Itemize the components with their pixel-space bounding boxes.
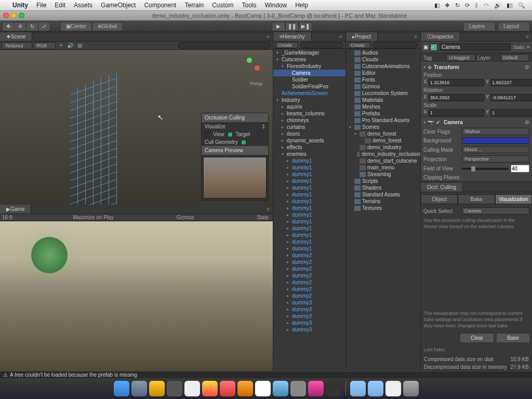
tree-item[interactable]: ▾Industry xyxy=(273,97,345,103)
render-mode[interactable]: RGB xyxy=(33,42,56,49)
dock-app[interactable] xyxy=(149,381,165,396)
gear-icon[interactable]: ⚙ xyxy=(525,64,529,70)
project-create[interactable]: Create xyxy=(348,42,370,48)
status-icon[interactable]: ↻ xyxy=(455,2,460,9)
hierarchy-create[interactable]: Create xyxy=(275,42,298,48)
tree-item[interactable]: ▸dummy1 xyxy=(273,191,345,198)
menu-tools[interactable]: Tools xyxy=(237,2,260,9)
play-button[interactable]: ▶ xyxy=(272,22,285,31)
tree-item[interactable]: ▸dummy2 xyxy=(273,292,345,299)
dock-app[interactable] xyxy=(131,381,147,396)
dock-app[interactable] xyxy=(273,381,288,396)
tree-item[interactable]: Standard Assets xyxy=(346,191,420,198)
tree-item[interactable]: ▸dummy2 xyxy=(273,259,345,265)
light-toggle[interactable]: ☀ xyxy=(57,42,65,49)
layer-dropdown[interactable]: Default xyxy=(500,54,529,61)
dock-folder[interactable] xyxy=(350,381,366,396)
dock-app[interactable] xyxy=(290,381,306,396)
tree-item[interactable]: Materials xyxy=(346,97,420,103)
pos-x[interactable] xyxy=(429,79,484,86)
scene-search[interactable] xyxy=(178,42,271,49)
project-tree[interactable]: AudiosCloudsCutsceneAnimationsEditorFont… xyxy=(346,49,420,371)
tree-item[interactable]: ▸effects xyxy=(273,144,345,151)
layout-dropdown[interactable]: Layout xyxy=(498,22,530,31)
object-name-input[interactable] xyxy=(440,43,511,51)
tree-item[interactable]: Gizmos xyxy=(346,83,420,90)
tree-item[interactable]: ▸beams_columns xyxy=(273,110,345,117)
menu-help[interactable]: Help xyxy=(291,2,312,9)
dock-finder[interactable] xyxy=(114,381,129,396)
dock-unity[interactable] xyxy=(326,381,341,396)
occl-vis-tab[interactable]: Visualization xyxy=(495,194,532,204)
tree-item[interactable]: ▸dummy2 xyxy=(273,265,345,272)
menu-assets[interactable]: Assets xyxy=(70,2,97,9)
tree-item[interactable]: ▸dummy2 xyxy=(273,286,345,292)
menu-component[interactable]: Component xyxy=(140,2,180,9)
menu-terrain[interactable]: Terrain xyxy=(180,2,208,9)
tab-menu-icon[interactable]: ≡ xyxy=(263,34,273,39)
dock-trash[interactable] xyxy=(403,381,419,396)
status-icon[interactable]: ◧ xyxy=(434,2,440,9)
camera-enabled[interactable]: ✓ xyxy=(436,119,442,125)
static-dropdown[interactable]: ▾ xyxy=(527,44,529,50)
dock-app[interactable] xyxy=(237,381,253,396)
hierarchy-search[interactable] xyxy=(300,42,343,48)
tree-item[interactable]: ▾enemies xyxy=(273,151,345,157)
tree-item[interactable]: main_menu xyxy=(346,164,420,171)
tab-menu-icon[interactable]: ≡ xyxy=(263,206,273,212)
game-view[interactable] xyxy=(0,221,273,371)
bluetooth-icon[interactable]: ᛒ xyxy=(475,2,478,8)
tree-item[interactable]: ▸dummy1 xyxy=(273,218,345,225)
occl-object-tab[interactable]: Object xyxy=(421,194,458,204)
tree-item[interactable]: SoldierFinalPos xyxy=(273,83,345,90)
active-checkbox[interactable]: ✓ xyxy=(430,44,437,51)
hierarchy-tab[interactable]: ≡ Hierarchy xyxy=(273,32,312,41)
project-search[interactable] xyxy=(373,42,418,48)
tree-item[interactable]: AchievmentsScreen xyxy=(273,90,345,97)
gizmos-toggle[interactable]: Gizmos xyxy=(174,215,196,220)
tree-item[interactable]: ▸dummy1 xyxy=(273,157,345,164)
tree-item[interactable]: ▸dummy1 xyxy=(273,211,345,218)
tree-item[interactable]: ▾FlorestIndustry xyxy=(273,63,345,70)
scene-view[interactable]: Persp Occlusion Culling Visualize‡ ViewT… xyxy=(0,50,273,205)
rot-y[interactable] xyxy=(490,94,532,101)
tree-item[interactable]: ▸dummy1 xyxy=(273,164,345,171)
macos-dock[interactable] xyxy=(0,378,532,399)
tree-item[interactable]: ▸dummy2 xyxy=(273,272,345,279)
target-checkbox[interactable] xyxy=(228,132,233,137)
tree-item[interactable]: ▸dummy2 xyxy=(273,252,345,259)
occlusion-tab[interactable]: Occl. Culling xyxy=(421,183,463,192)
scale-x[interactable] xyxy=(429,109,484,116)
view-checkbox[interactable] xyxy=(205,132,210,137)
scale-y[interactable] xyxy=(490,109,532,116)
tree-item[interactable]: ▾Cutscenes xyxy=(273,56,345,63)
audio-toggle[interactable]: 🔊 xyxy=(66,42,74,49)
tree-item[interactable]: Camera xyxy=(273,70,345,76)
tree-item[interactable]: Pro Standard Assets xyxy=(346,117,420,124)
menu-window[interactable]: Window xyxy=(261,2,291,9)
quickselect-dropdown[interactable]: Camera xyxy=(462,207,529,215)
tree-item[interactable]: Meshes xyxy=(346,103,420,110)
tree-item[interactable]: ▸dummy1 xyxy=(273,232,345,238)
tree-item[interactable]: ▸dummy1 xyxy=(273,225,345,232)
rotate-tool[interactable]: ↻ xyxy=(26,22,38,31)
tree-item[interactable]: demo_forest xyxy=(346,137,420,144)
tree-item[interactable]: ▸aquiris xyxy=(273,103,345,110)
hierarchy-tree[interactable]: ▾_GameManager▾Cutscenes▾FlorestIndustryC… xyxy=(273,49,345,371)
tag-dropdown[interactable]: Untagged xyxy=(446,54,475,61)
bake-button[interactable]: Bake xyxy=(496,333,530,343)
tree-item[interactable]: ▸dummy2 xyxy=(273,279,345,286)
status-icon[interactable]: ❖ xyxy=(445,2,450,9)
tree-item[interactable]: ▸dynamic_assets xyxy=(273,137,345,144)
tree-item[interactable]: ▸dummy3 xyxy=(273,320,345,326)
tree-item[interactable]: ▸dummy1 xyxy=(273,171,345,178)
tree-item[interactable]: ▸dummy1 xyxy=(273,238,345,245)
tree-item[interactable]: ▸doors xyxy=(273,130,345,137)
tree-item[interactable]: ▸dummy1 xyxy=(273,178,345,184)
volume-icon[interactable]: 🔊 xyxy=(494,2,501,9)
dock-app[interactable] xyxy=(308,381,324,396)
dock-app[interactable] xyxy=(220,381,235,396)
dock-app[interactable] xyxy=(167,381,182,396)
tree-item[interactable]: ▾Scenes xyxy=(346,124,420,130)
tree-item[interactable]: ▸dummy3 xyxy=(273,313,345,320)
